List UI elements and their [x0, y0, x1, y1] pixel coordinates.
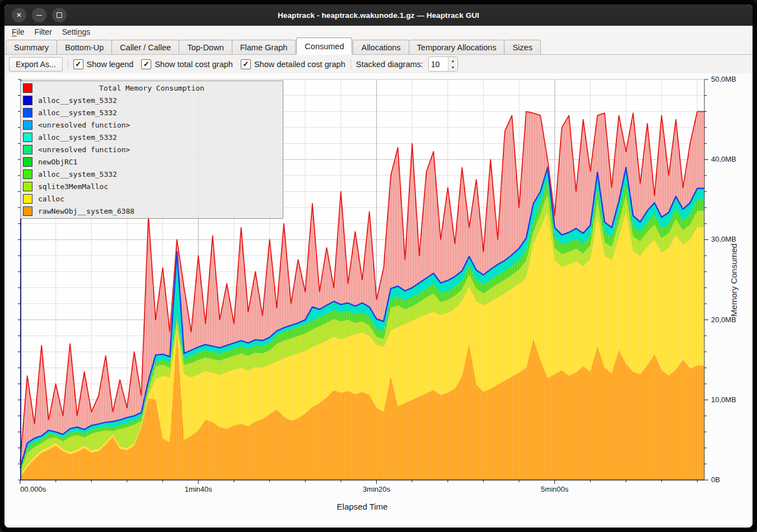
legend-swatch — [23, 206, 32, 216]
legend-item-newobjrc1: newObjRC1 — [21, 156, 283, 167]
checkbox-label: Show detailed cost graph — [254, 60, 345, 69]
toolbar-separator — [351, 59, 351, 70]
legend-item-alloc-system-5332: alloc__system_5332 — [21, 95, 283, 106]
chart-legend: Total Memory Consumptionalloc__system_53… — [20, 81, 283, 219]
y-axis-title: Memory Consumed — [729, 241, 739, 319]
legend-item-rawnewobj-system-6388: rawNewObj__system_6388 — [21, 205, 283, 216]
x-tick-label: 00.000s — [20, 485, 46, 493]
legend-swatch — [23, 96, 32, 105]
x-tick-label: 5min00s — [541, 485, 568, 493]
menu-item-file[interactable]: File — [7, 26, 30, 38]
window-title: Heaptrack - heaptrack.wakunode.1.gz — He… — [4, 11, 753, 20]
legend-item-unresolved-function: <unresolved function> — [21, 120, 283, 131]
legend-item-total-memory-consumption: Total Memory Consumption — [21, 83, 283, 94]
checkbox-label: Show total cost graph — [155, 60, 232, 69]
stacked-diagrams-input[interactable] — [429, 57, 448, 71]
window-buttons: ✕ — [4, 4, 67, 26]
menu-item-filter[interactable]: Filter — [30, 26, 57, 38]
legend-label: alloc__system_5332 — [38, 109, 117, 117]
title-bar: ✕ Heaptrack - heaptrack.wakunode.1.gz — … — [4, 4, 753, 26]
checkbox-group-show-legend: ✓Show legend — [73, 59, 134, 69]
toolbar-checkboxes: ✓Show legend✓Show total cost graph✓Show … — [73, 59, 345, 69]
legend-label: <unresolved function> — [38, 121, 130, 129]
legend-swatch — [23, 108, 32, 117]
legend-item-alloc-system-5332: alloc__system_5332 — [21, 107, 283, 119]
stacked-diagrams-spinbox: ▲ ▼ — [428, 57, 458, 72]
chart-area: Total Memory Consumptionalloc__system_53… — [4, 73, 753, 528]
tab-temporary-allocations[interactable]: Temporary Allocations — [409, 40, 505, 54]
legend-swatch — [23, 133, 32, 142]
tab-bar: SummaryBottom-UpCaller / CalleeTop-DownF… — [4, 38, 753, 55]
legend-label: sqlite3MemMalloc — [38, 182, 108, 191]
tab-bottom-up[interactable]: Bottom-Up — [57, 40, 112, 54]
minimize-icon — [36, 15, 42, 16]
x-tick-label: 1min40s — [185, 485, 212, 493]
legend-item-alloc-system-5332: alloc__system_5332 — [21, 132, 283, 143]
legend-label: calloc — [38, 195, 64, 203]
spin-down-button[interactable]: ▼ — [448, 64, 457, 72]
tab-sizes[interactable]: Sizes — [504, 40, 540, 54]
legend-label: rawNewObj__system_6388 — [38, 207, 134, 215]
legend-item-sqlite3memmalloc: sqlite3MemMalloc — [21, 181, 283, 192]
window-frame: ✕ Heaptrack - heaptrack.wakunode.1.gz — … — [0, 0, 757, 532]
y-tick-label: 10,0MB — [711, 396, 736, 404]
tab-top-down[interactable]: Top-Down — [179, 40, 232, 54]
maximize-icon — [57, 12, 62, 18]
menu-bar: FileFilterSettings — [4, 26, 753, 38]
x-tick-label: 3min20s — [363, 485, 390, 493]
minimize-button[interactable] — [32, 8, 46, 22]
checkbox-show-total-cost-graph[interactable]: ✓ — [141, 59, 151, 69]
close-button[interactable]: ✕ — [12, 8, 26, 22]
checkbox-group-show-detailed-cost-graph: ✓Show detailed cost graph — [241, 59, 345, 69]
legend-item-calloc: calloc — [21, 193, 283, 204]
y-tick-label: 0B — [711, 475, 720, 484]
tab-summary[interactable]: Summary — [6, 40, 57, 54]
legend-label: newObjRC1 — [38, 158, 77, 166]
maximize-button[interactable] — [52, 8, 67, 22]
heaptrack-window: ✕ Heaptrack - heaptrack.wakunode.1.gz — … — [4, 4, 753, 528]
export-as-button[interactable]: Export As... — [9, 57, 63, 72]
menu-item-settings[interactable]: Settings — [57, 26, 96, 38]
checkbox-group-show-total-cost-graph: ✓Show total cost graph — [141, 59, 232, 69]
checkbox-label: Show legend — [87, 60, 134, 69]
tab-flame-graph[interactable]: Flame Graph — [232, 40, 296, 54]
legend-swatch — [23, 120, 32, 130]
legend-label: alloc__system_5332 — [38, 133, 117, 142]
tab-consumed[interactable]: Consumed — [296, 37, 352, 54]
spin-up-button[interactable]: ▲ — [448, 57, 457, 64]
legend-item-unresolved-function: <unresolved function> — [21, 144, 283, 155]
checkbox-show-detailed-cost-graph[interactable]: ✓ — [241, 59, 251, 69]
legend-item-alloc-system-5332: alloc__system_5332 — [21, 168, 283, 180]
y-tick-label: 40,0MB — [711, 155, 736, 163]
legend-label: alloc__system_5332 — [38, 170, 117, 178]
toolbar-separator — [68, 59, 68, 70]
y-tick-label: 50,0MB — [711, 75, 736, 83]
checkbox-show-legend[interactable]: ✓ — [73, 59, 83, 69]
tab-caller-callee[interactable]: Caller / Callee — [111, 40, 179, 54]
legend-swatch — [23, 170, 32, 179]
legend-swatch — [23, 157, 32, 167]
legend-label: alloc__system_5332 — [38, 96, 117, 105]
stacked-diagrams-label: Stacked diagrams: — [356, 60, 423, 69]
legend-swatch — [23, 194, 32, 204]
legend-swatch — [23, 145, 32, 154]
legend-label: Total Memory Consumption — [21, 84, 283, 92]
legend-swatch — [23, 182, 32, 191]
x-axis-title: Elapsed Time — [337, 502, 388, 511]
legend-label: <unresolved function> — [38, 145, 130, 154]
tab-allocations[interactable]: Allocations — [353, 40, 409, 54]
toolbar: Export As... ✓Show legend✓Show total cos… — [4, 55, 753, 73]
